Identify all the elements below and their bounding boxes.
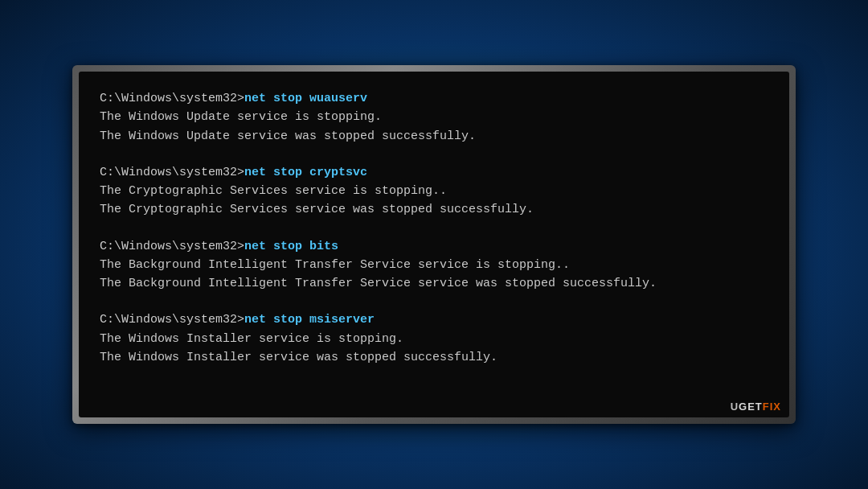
prompt-1: C:\Windows\system32> [100, 92, 244, 105]
terminal-wrapper: C:\Windows\system32>net stop wuauservThe… [72, 65, 796, 424]
output-line-1-2: The Windows Update service was stopped s… [100, 127, 768, 146]
prompt-3: C:\Windows\system32> [100, 240, 244, 253]
watermark: UGETFIX [731, 401, 781, 413]
prompt-2: C:\Windows\system32> [100, 166, 244, 179]
command-text-4: net stop msiserver [244, 313, 375, 327]
output-line-2-2: The Cryptographic Services service was s… [100, 200, 768, 219]
prompt-4: C:\Windows\system32> [100, 313, 244, 327]
watermark-u: U [731, 401, 739, 413]
terminal-window: C:\Windows\system32>net stop wuauservThe… [79, 72, 789, 417]
cmd-block-2: C:\Windows\system32>net stop cryptsvcThe… [100, 163, 768, 220]
output-line-1-1: The Windows Update service is stopping. [100, 108, 768, 126]
cmd-block-1: C:\Windows\system32>net stop wuauservThe… [100, 89, 768, 146]
output-line-3-2: The Background Intelligent Transfer Serv… [100, 274, 768, 293]
cmd-line-4: C:\Windows\system32>net stop msiserver [100, 310, 768, 329]
output-line-4-2: The Windows Installer service was stoppe… [100, 348, 768, 367]
output-line-3-1: The Background Intelligent Transfer Serv… [100, 256, 768, 274]
cmd-line-3: C:\Windows\system32>net stop bits [100, 237, 768, 256]
cmd-block-3: C:\Windows\system32>net stop bitsThe Bac… [100, 237, 768, 294]
command-text-3: net stop bits [244, 240, 338, 253]
cmd-line-1: C:\Windows\system32>net stop wuauserv [100, 89, 768, 108]
watermark-fix: FIX [763, 401, 781, 413]
cmd-line-2: C:\Windows\system32>net stop cryptsvc [100, 163, 768, 182]
command-text-2: net stop cryptsvc [244, 166, 367, 179]
command-text-1: net stop wuauserv [244, 92, 367, 105]
cmd-block-4: C:\Windows\system32>net stop msiserverTh… [100, 310, 768, 367]
watermark-get: GET [739, 401, 763, 413]
output-line-2-1: The Cryptographic Services service is st… [100, 182, 768, 200]
output-line-4-1: The Windows Installer service is stoppin… [100, 330, 768, 348]
